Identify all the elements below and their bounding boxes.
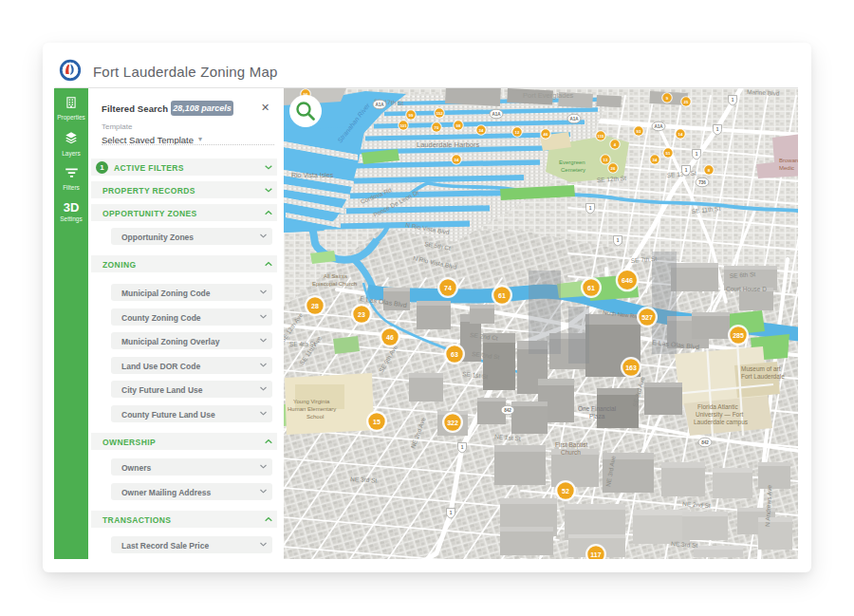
svg-text:25: 25 bbox=[684, 100, 689, 104]
svg-text:26: 26 bbox=[611, 166, 616, 171]
svg-text:Medic: Medic bbox=[779, 165, 794, 171]
svg-text:Florida Atlantic: Florida Atlantic bbox=[697, 403, 738, 410]
svg-text:285: 285 bbox=[733, 332, 744, 339]
svg-text:1: 1 bbox=[617, 238, 620, 243]
svg-text:Broward: Broward bbox=[779, 158, 798, 163]
svg-text:842: 842 bbox=[504, 408, 511, 413]
svg-text:Rio Vista Isles: Rio Vista Isles bbox=[291, 172, 334, 178]
svg-text:Cemetery: Cemetery bbox=[561, 167, 585, 173]
svg-text:52: 52 bbox=[562, 488, 569, 495]
svg-text:63: 63 bbox=[451, 351, 458, 358]
svg-text:23: 23 bbox=[358, 311, 365, 318]
svg-text:NE 3rd St: NE 3rd St bbox=[350, 476, 378, 483]
svg-text:School: School bbox=[306, 414, 324, 420]
svg-text:34: 34 bbox=[653, 158, 658, 162]
svg-text:Evergreen: Evergreen bbox=[559, 159, 585, 165]
svg-text:34: 34 bbox=[455, 158, 459, 162]
svg-text:736: 736 bbox=[698, 180, 706, 185]
svg-text:51: 51 bbox=[666, 151, 671, 156]
svg-text:34: 34 bbox=[479, 128, 484, 133]
svg-text:Port Everglades: Port Everglades bbox=[523, 91, 574, 100]
svg-text:46: 46 bbox=[544, 132, 548, 137]
svg-text:322: 322 bbox=[447, 420, 458, 426]
svg-text:842: 842 bbox=[701, 440, 709, 445]
svg-text:28: 28 bbox=[311, 303, 319, 309]
svg-text:A1A: A1A bbox=[492, 112, 501, 117]
svg-text:One Financial: One Financial bbox=[578, 405, 617, 412]
svg-text:Court House D: Court House D bbox=[726, 286, 767, 292]
svg-text:163: 163 bbox=[625, 364, 637, 371]
svg-text:University — Fort: University — Fort bbox=[696, 411, 743, 419]
svg-text:115: 115 bbox=[598, 134, 605, 139]
svg-text:14: 14 bbox=[678, 132, 683, 137]
svg-text:13: 13 bbox=[603, 158, 608, 162]
svg-text:Episcopal Church: Episcopal Church bbox=[312, 281, 357, 287]
svg-text:1: 1 bbox=[732, 98, 734, 103]
svg-text:93: 93 bbox=[637, 129, 641, 134]
svg-text:15: 15 bbox=[373, 419, 381, 425]
svg-text:1: 1 bbox=[716, 127, 719, 132]
svg-text:98: 98 bbox=[456, 123, 461, 128]
svg-text:Fort Lauderdale: Fort Lauderdale bbox=[741, 373, 785, 380]
svg-text:All Saints: All Saints bbox=[324, 273, 347, 279]
svg-text:46: 46 bbox=[386, 334, 394, 341]
svg-text:12: 12 bbox=[515, 130, 520, 135]
svg-text:117: 117 bbox=[590, 551, 601, 558]
svg-text:61: 61 bbox=[498, 292, 506, 299]
svg-text:1: 1 bbox=[589, 206, 592, 211]
svg-text:Lauderdale Harbors: Lauderdale Harbors bbox=[417, 140, 480, 149]
svg-text:99: 99 bbox=[409, 113, 414, 118]
svg-text:Human Elementary: Human Elementary bbox=[288, 406, 336, 412]
svg-text:Lauderdale campus: Lauderdale campus bbox=[694, 419, 749, 426]
svg-text:Church: Church bbox=[561, 449, 581, 456]
svg-text:Museum of art: Museum of art bbox=[741, 365, 781, 372]
svg-text:61: 61 bbox=[587, 285, 595, 291]
svg-text:SE 4th St: SE 4th St bbox=[289, 341, 316, 347]
svg-text:70: 70 bbox=[435, 125, 439, 130]
svg-text:1: 1 bbox=[685, 168, 688, 173]
svg-text:Plaza: Plaza bbox=[589, 413, 605, 420]
svg-text:74: 74 bbox=[444, 285, 452, 291]
svg-text:101: 101 bbox=[399, 123, 407, 128]
svg-text:A1A: A1A bbox=[569, 117, 579, 121]
svg-text:Young Virginia: Young Virginia bbox=[293, 399, 330, 404]
svg-text:646: 646 bbox=[622, 276, 633, 285]
svg-text:152: 152 bbox=[436, 111, 443, 116]
svg-text:1: 1 bbox=[461, 445, 464, 450]
svg-text:A1A: A1A bbox=[654, 124, 663, 129]
svg-text:First Baptist: First Baptist bbox=[555, 441, 588, 449]
svg-text:527: 527 bbox=[641, 314, 653, 321]
svg-text:1: 1 bbox=[696, 152, 698, 157]
svg-text:A1A: A1A bbox=[375, 103, 384, 107]
svg-text:1: 1 bbox=[450, 511, 453, 515]
